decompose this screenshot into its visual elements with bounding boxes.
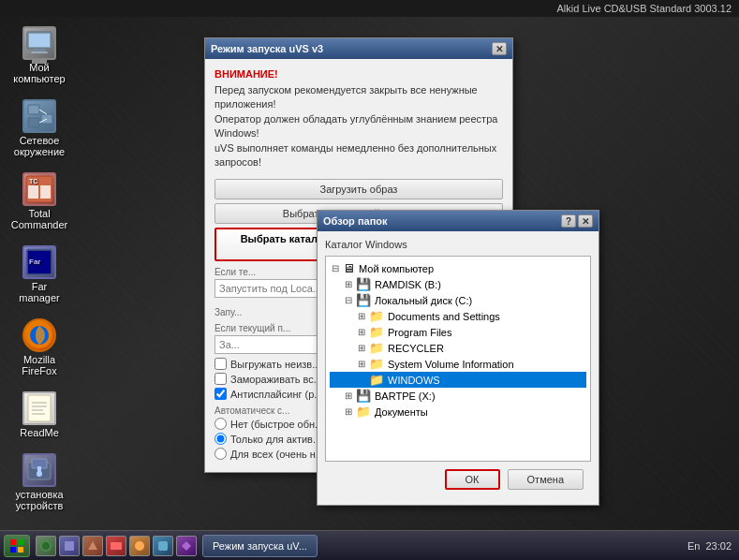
browse-titlebar-buttons: ? ✕ <box>561 214 593 228</box>
start-button[interactable] <box>4 535 30 557</box>
load-image-button[interactable]: Загрузить образ <box>214 179 503 199</box>
desktop-icon-totalcommander[interactable]: TC Total Commander <box>7 169 71 234</box>
tree-label-ramdisk: RAMDISK (B:) <box>375 279 441 290</box>
tree-label-docs: Documents and Settings <box>388 311 500 322</box>
firefox-label-line2: FireFox <box>22 365 56 376</box>
expand-progfiles[interactable]: ⊞ <box>356 327 367 337</box>
uvs-titlebar-buttons: ✕ <box>492 42 507 55</box>
readme-label-line1: ReadMe <box>20 427 59 438</box>
tree-label-bartpe: BARTPE (X:) <box>375 391 436 402</box>
taskbar-icon-5[interactable] <box>129 536 150 556</box>
checkbox-antisplice[interactable] <box>214 388 227 400</box>
tree-item-ramdisk[interactable]: ⊞ 💾 RAMDISK (B:) <box>330 276 586 292</box>
tree-item-windows[interactable]: 📁 WINDOWS <box>330 372 586 388</box>
firefox-icon <box>22 318 56 352</box>
taskbar-icon-1[interactable] <box>36 536 56 556</box>
ok-button[interactable]: ОК <box>445 469 500 490</box>
browse-help-button[interactable]: ? <box>561 214 576 228</box>
svg-rect-33 <box>65 541 74 551</box>
farmanager-label-line1: Far manager <box>11 281 67 303</box>
taskbar-icon-7[interactable] <box>176 536 197 556</box>
tree-item-recycler[interactable]: ⊞ 📁 RECYCLER <box>330 340 586 356</box>
browse-titlebar[interactable]: Обзор папок ? ✕ <box>318 211 599 231</box>
expand-mycomputer[interactable]: ⊟ <box>330 263 341 273</box>
tree-item-diskc[interactable]: ⊟ 💾 Локальный диск (C:) <box>330 292 586 308</box>
svg-text:TC: TC <box>29 178 37 184</box>
network-label-line2: окружение <box>14 146 65 157</box>
install-icon <box>22 453 56 487</box>
desktop-icon-farmanager[interactable]: Far Far manager <box>7 242 71 307</box>
svg-marker-38 <box>182 541 191 551</box>
radio-active[interactable] <box>214 433 227 445</box>
totalcommander-label-line2: Commander <box>11 219 68 230</box>
tree-label-windows: WINDOWS <box>388 375 440 386</box>
svg-marker-34 <box>88 541 97 550</box>
expand-recycler[interactable]: ⊞ <box>356 343 367 353</box>
uvs-titlebar[interactable]: Режим запуска uVS v3 ✕ <box>205 38 512 59</box>
desktop-icons: Мой компьютер Сетевое окружение <box>7 22 71 515</box>
totalcommander-label-line1: Total <box>28 208 50 219</box>
taskbar-icon-4[interactable] <box>106 536 126 556</box>
windows-logo-icon <box>10 539 23 553</box>
browse-buttons: ОК Отмена <box>325 462 591 497</box>
tree-item-docs[interactable]: ⊞ 📁 Documents and Settings <box>330 308 586 324</box>
bartpe-tree-icon: 💾 <box>356 389 371 403</box>
radio-active-label: Только для актив... <box>230 434 321 445</box>
tree-label-diskc: Локальный диск (C:) <box>375 295 472 306</box>
tree-item-mycomputer[interactable]: ⊟ 🖥 Мой компьютер <box>330 260 586 276</box>
taskbar-icon-6[interactable] <box>153 536 173 556</box>
expand-ramdisk[interactable]: ⊞ <box>343 279 354 289</box>
recycler-tree-icon: 📁 <box>369 341 384 355</box>
expand-sysvolinfo[interactable]: ⊞ <box>356 359 367 369</box>
radio-all[interactable] <box>214 448 227 460</box>
tree-item-sysvolinfo[interactable]: ⊞ 📁 System Volume Information <box>330 356 586 372</box>
svg-rect-18 <box>28 395 51 421</box>
cancel-button[interactable]: Отмена <box>508 469 584 490</box>
taskbar-time: 23:02 <box>705 540 732 552</box>
svg-rect-3 <box>31 52 48 53</box>
browse-window: Обзор папок ? ✕ Каталог Windows ⊟ 🖥 Мой … <box>317 210 599 506</box>
readme-icon <box>22 391 56 425</box>
mycomputer-icon <box>22 26 56 60</box>
sysvolinfo-tree-icon: 📁 <box>369 357 384 371</box>
taskbar-icon-3[interactable] <box>82 536 103 556</box>
taskbar-right: En 23:02 <box>687 540 735 552</box>
uvs-close-button[interactable]: ✕ <box>492 42 507 55</box>
expand-docs[interactable]: ⊞ <box>356 311 367 321</box>
expand-documents[interactable]: ⊞ <box>343 406 354 417</box>
documents-tree-icon: 📁 <box>356 405 371 419</box>
taskbar-icons <box>36 536 197 556</box>
taskbar-task-button[interactable]: Режим запуска uV... <box>202 535 318 557</box>
taskbar-icon-2[interactable] <box>59 536 80 556</box>
browse-close-button[interactable]: ✕ <box>578 214 593 228</box>
expand-bartpe[interactable]: ⊞ <box>343 391 354 401</box>
desktop-icon-firefox[interactable]: Mozilla FireFox <box>7 315 71 380</box>
svg-rect-4 <box>28 105 39 114</box>
taskbar-lang: En <box>687 540 700 552</box>
uvs-info-line1: Перед запуском рекомендуется закрыть все… <box>214 84 478 110</box>
svg-rect-2 <box>34 49 45 52</box>
desktop-icon-readme[interactable]: ReadMe <box>7 388 71 442</box>
tree-label-progfiles: Program Files <box>388 327 451 338</box>
totalcommander-icon: TC <box>22 172 56 206</box>
checkbox-freeze-label: Замораживать вс... <box>230 374 322 385</box>
network-label-line1: Сетевое <box>20 135 60 146</box>
tree-item-documents[interactable]: ⊞ 📁 Документы <box>330 404 586 420</box>
radio-none-label: Нет (быстрое обн... <box>230 419 323 430</box>
radio-none[interactable] <box>214 418 227 430</box>
svg-rect-11 <box>40 185 51 199</box>
desktop-icon-install[interactable]: установка устройств <box>7 449 71 515</box>
desktop: Alkid Live CD&USB Standard 3003.12 Мой к… <box>0 0 739 560</box>
file-tree[interactable]: ⊟ 🖥 Мой компьютер ⊞ 💾 RAMDISK (B:) ⊟ 💾 Л… <box>325 256 591 462</box>
tree-item-bartpe[interactable]: ⊞ 💾 BARTPE (X:) <box>330 388 586 404</box>
tree-item-progfiles[interactable]: ⊞ 📁 Program Files <box>330 324 586 340</box>
mycomputer-tree-icon: 🖥 <box>343 261 355 275</box>
desktop-icon-mycomputer[interactable]: Мой компьютер <box>7 22 71 88</box>
uvs-title: Режим запуска uVS v3 <box>211 43 323 54</box>
expand-diskc[interactable]: ⊟ <box>343 295 354 305</box>
tree-label-sysvolinfo: System Volume Information <box>388 359 514 370</box>
desktop-icon-network[interactable]: Сетевое окружение <box>7 96 71 161</box>
checkbox-unload[interactable] <box>214 358 227 370</box>
checkbox-unload-label: Выгружать неизв... <box>230 359 320 370</box>
checkbox-freeze[interactable] <box>214 373 227 385</box>
